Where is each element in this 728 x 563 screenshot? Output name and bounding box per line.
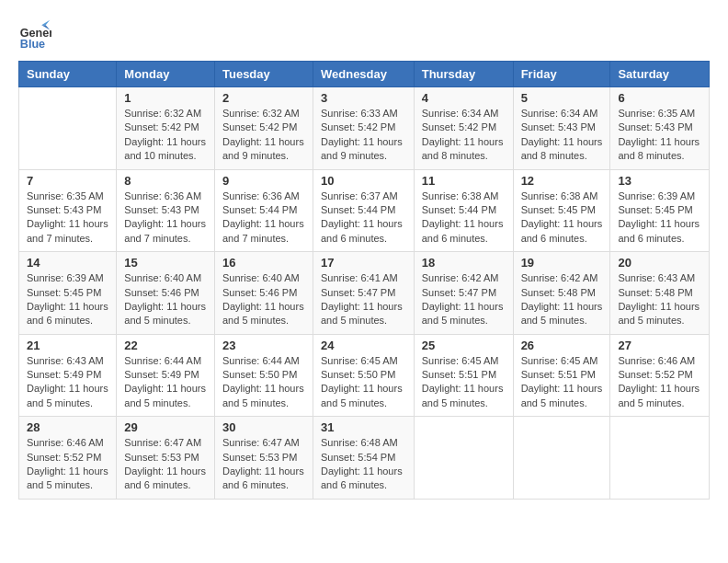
calendar-cell: 22Sunrise: 6:44 AMSunset: 5:49 PMDayligh… [117,334,215,417]
calendar-cell: 15Sunrise: 6:40 AMSunset: 5:46 PMDayligh… [117,252,215,335]
day-number: 31 [321,420,406,434]
day-number: 28 [27,420,108,434]
day-number: 23 [222,339,305,352]
header-cell: Sunday [19,62,117,87]
day-info: Sunrise: 6:34 AMSunset: 5:42 PMDaylight:… [422,107,506,164]
day-number: 3 [321,91,406,105]
day-number: 25 [422,339,506,352]
day-info: Sunrise: 6:41 AMSunset: 5:47 PMDaylight:… [321,271,406,328]
day-number: 5 [521,91,603,105]
calendar-cell: 20Sunrise: 6:43 AMSunset: 5:48 PMDayligh… [610,252,710,335]
svg-text:Blue: Blue [20,38,45,51]
calendar-cell: 29Sunrise: 6:47 AMSunset: 5:53 PMDayligh… [117,417,215,500]
day-info: Sunrise: 6:32 AMSunset: 5:42 PMDaylight:… [222,107,305,164]
calendar-cell: 16Sunrise: 6:40 AMSunset: 5:46 PMDayligh… [214,252,313,335]
day-info: Sunrise: 6:37 AMSunset: 5:44 PMDaylight:… [321,190,406,247]
logo: General Blue [18,18,55,52]
day-info: Sunrise: 6:45 AMSunset: 5:51 PMDaylight:… [422,354,506,411]
day-number: 13 [618,174,701,188]
day-info: Sunrise: 6:35 AMSunset: 5:43 PMDaylight:… [27,190,108,247]
day-number: 19 [521,256,603,270]
header-cell: Thursday [414,62,513,87]
day-number: 12 [521,174,603,188]
day-number: 4 [422,91,506,105]
day-info: Sunrise: 6:44 AMSunset: 5:50 PMDaylight:… [222,354,305,411]
calendar-cell: 27Sunrise: 6:46 AMSunset: 5:52 PMDayligh… [610,334,710,417]
day-info: Sunrise: 6:43 AMSunset: 5:49 PMDaylight:… [27,354,108,411]
day-info: Sunrise: 6:39 AMSunset: 5:45 PMDaylight:… [27,271,108,328]
header-cell: Monday [117,62,215,87]
calendar-cell: 28Sunrise: 6:46 AMSunset: 5:52 PMDayligh… [19,417,117,500]
calendar-cell: 3Sunrise: 6:33 AMSunset: 5:42 PMDaylight… [313,87,414,170]
calendar-cell [610,417,710,500]
day-info: Sunrise: 6:34 AMSunset: 5:43 PMDaylight:… [521,107,603,164]
day-number: 6 [618,91,701,105]
header-cell: Wednesday [313,62,414,87]
calendar-cell: 13Sunrise: 6:39 AMSunset: 5:45 PMDayligh… [610,169,710,252]
calendar-header: SundayMondayTuesdayWednesdayThursdayFrid… [19,62,710,87]
day-info: Sunrise: 6:47 AMSunset: 5:53 PMDaylight:… [124,436,207,493]
calendar-week-row: 1Sunrise: 6:32 AMSunset: 5:42 PMDaylight… [19,87,710,170]
day-number: 30 [222,420,305,434]
day-info: Sunrise: 6:45 AMSunset: 5:51 PMDaylight:… [521,354,603,411]
logo-icon: General Blue [18,18,51,52]
page-header: General Blue [18,18,710,52]
header-cell: Friday [513,62,610,87]
day-number: 15 [124,256,207,270]
day-number: 24 [321,339,406,352]
day-number: 20 [618,256,701,270]
day-info: Sunrise: 6:35 AMSunset: 5:43 PMDaylight:… [618,107,701,164]
day-number: 18 [422,256,506,270]
day-info: Sunrise: 6:42 AMSunset: 5:48 PMDaylight:… [521,271,603,328]
calendar-cell: 19Sunrise: 6:42 AMSunset: 5:48 PMDayligh… [513,252,610,335]
day-number: 29 [124,420,207,434]
calendar-week-row: 21Sunrise: 6:43 AMSunset: 5:49 PMDayligh… [19,334,710,417]
day-number: 16 [222,256,305,270]
day-info: Sunrise: 6:36 AMSunset: 5:44 PMDaylight:… [222,190,305,247]
header-row: SundayMondayTuesdayWednesdayThursdayFrid… [19,62,710,87]
day-number: 26 [521,339,603,352]
calendar-body: 1Sunrise: 6:32 AMSunset: 5:42 PMDaylight… [19,87,710,500]
calendar-cell: 1Sunrise: 6:32 AMSunset: 5:42 PMDaylight… [117,87,215,170]
day-number: 2 [222,91,305,105]
calendar-week-row: 28Sunrise: 6:46 AMSunset: 5:52 PMDayligh… [19,417,710,500]
svg-marker-3 [41,20,50,25]
calendar-cell: 7Sunrise: 6:35 AMSunset: 5:43 PMDaylight… [19,169,117,252]
day-info: Sunrise: 6:42 AMSunset: 5:47 PMDaylight:… [422,271,506,328]
calendar-cell: 5Sunrise: 6:34 AMSunset: 5:43 PMDaylight… [513,87,610,170]
day-number: 7 [27,174,108,188]
header-cell: Saturday [610,62,710,87]
day-info: Sunrise: 6:46 AMSunset: 5:52 PMDaylight:… [618,354,701,411]
calendar-cell [513,417,610,500]
calendar-cell: 26Sunrise: 6:45 AMSunset: 5:51 PMDayligh… [513,334,610,417]
day-info: Sunrise: 6:38 AMSunset: 5:44 PMDaylight:… [422,190,506,247]
calendar-cell: 4Sunrise: 6:34 AMSunset: 5:42 PMDaylight… [414,87,513,170]
day-number: 17 [321,256,406,270]
calendar-cell: 10Sunrise: 6:37 AMSunset: 5:44 PMDayligh… [313,169,414,252]
calendar-table: SundayMondayTuesdayWednesdayThursdayFrid… [18,61,710,500]
calendar-week-row: 7Sunrise: 6:35 AMSunset: 5:43 PMDaylight… [19,169,710,252]
calendar-cell: 25Sunrise: 6:45 AMSunset: 5:51 PMDayligh… [414,334,513,417]
day-info: Sunrise: 6:45 AMSunset: 5:50 PMDaylight:… [321,354,406,411]
day-number: 1 [124,91,207,105]
calendar-cell: 8Sunrise: 6:36 AMSunset: 5:43 PMDaylight… [117,169,215,252]
day-info: Sunrise: 6:32 AMSunset: 5:42 PMDaylight:… [124,107,207,164]
calendar-cell: 31Sunrise: 6:48 AMSunset: 5:54 PMDayligh… [313,417,414,500]
day-info: Sunrise: 6:40 AMSunset: 5:46 PMDaylight:… [124,271,207,328]
calendar-cell: 12Sunrise: 6:38 AMSunset: 5:45 PMDayligh… [513,169,610,252]
day-number: 11 [422,174,506,188]
day-info: Sunrise: 6:33 AMSunset: 5:42 PMDaylight:… [321,107,406,164]
calendar-cell: 18Sunrise: 6:42 AMSunset: 5:47 PMDayligh… [414,252,513,335]
calendar-cell: 21Sunrise: 6:43 AMSunset: 5:49 PMDayligh… [19,334,117,417]
calendar-cell: 11Sunrise: 6:38 AMSunset: 5:44 PMDayligh… [414,169,513,252]
day-info: Sunrise: 6:44 AMSunset: 5:49 PMDaylight:… [124,354,207,411]
day-info: Sunrise: 6:36 AMSunset: 5:43 PMDaylight:… [124,190,207,247]
calendar-cell: 9Sunrise: 6:36 AMSunset: 5:44 PMDaylight… [214,169,313,252]
day-info: Sunrise: 6:48 AMSunset: 5:54 PMDaylight:… [321,436,406,493]
day-number: 14 [27,256,108,270]
day-number: 27 [618,339,701,352]
day-number: 9 [222,174,305,188]
day-number: 10 [321,174,406,188]
calendar-cell: 17Sunrise: 6:41 AMSunset: 5:47 PMDayligh… [313,252,414,335]
day-info: Sunrise: 6:47 AMSunset: 5:53 PMDaylight:… [222,436,305,493]
